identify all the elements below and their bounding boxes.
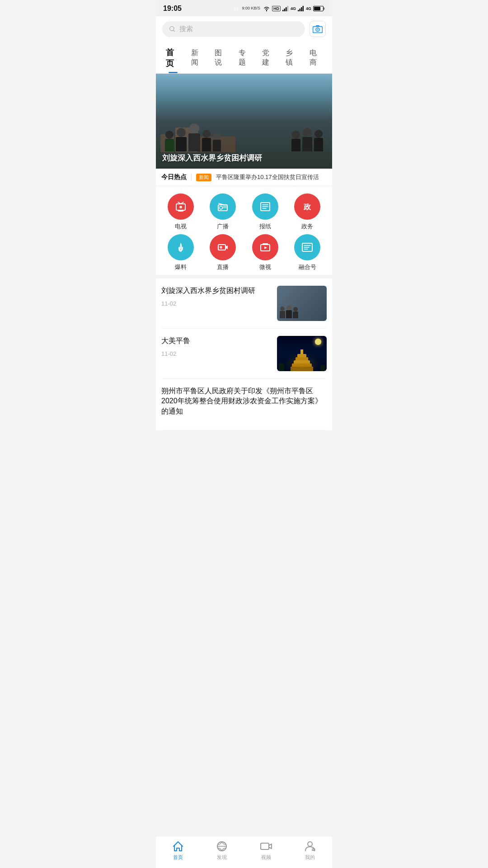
news-item-1[interactable]: 刘旋深入西水界乡贫困村调研 11-02 [161,278,327,329]
wifi-icon [263,6,270,11]
battery-icon [313,5,325,12]
svg-rect-0 [282,10,284,11]
live-label: 直播 [217,263,229,271]
merge-icon-circle [294,234,320,260]
nav-home[interactable]: 首页 [162,840,194,861]
news-title-2: 大美平鲁 [161,336,272,346]
fire-label: 爆料 [175,263,187,271]
svg-point-16 [317,29,319,31]
icon-grid: 电视 广播 报纸 政 [156,186,332,275]
tv-icon-circle [168,193,194,220]
nav-profile[interactable]: 我的 [294,840,326,861]
user-nav-icon [304,840,316,853]
icon-newspaper[interactable]: 报纸 [244,193,286,231]
microvideo-icon-circle [252,234,278,260]
svg-rect-10 [314,7,320,10]
discover-nav-icon [216,840,228,853]
svg-rect-15 [316,25,319,27]
hero-banner[interactable]: 刘旋深入西水界乡贫困村调研 [156,74,332,169]
svg-rect-37 [265,243,268,245]
news-content-3: 朔州市平鲁区人民政府关于印发《朔州市平鲁区2020年统筹整合使用财政涉农资金工作… [161,386,327,421]
news-list: 刘旋深入西水界乡贫困村调研 11-02 [156,278,332,430]
camera-button[interactable] [310,21,326,37]
bottom-spacer [156,430,332,467]
search-placeholder: 搜索 [179,25,193,33]
tab-news[interactable]: 新闻 [186,43,209,72]
newspaper-icon [259,200,272,213]
newspaper-icon-circle [252,193,278,220]
svg-point-11 [170,27,174,31]
gov-icon: 政 [301,200,314,213]
nav-profile-label: 我的 [305,854,315,861]
svg-rect-36 [263,243,265,245]
svg-rect-2 [286,7,287,11]
radio-icon [216,200,229,213]
nav-tabs: 首页 新闻 图说 专题 党建 乡镇 电商 [156,42,332,74]
news-thumb-2 [277,336,327,371]
hot-divider [191,174,192,181]
icon-fire[interactable]: 爆料 [160,234,202,271]
status-bar: 19:05 9:00 KB/S HD 4G 4G [156,0,332,16]
search-input-wrap[interactable]: 搜索 [162,21,305,37]
svg-text:政: 政 [303,203,311,211]
tab-home[interactable]: 首页 [160,42,186,73]
signal-icon-1 [282,6,289,11]
svg-point-46 [308,842,312,846]
icon-live[interactable]: 直播 [202,234,244,271]
gov-icon-circle: 政 [294,193,320,220]
tab-party[interactable]: 党建 [257,43,280,72]
radio-icon-circle [210,193,236,220]
nav-video[interactable]: 视频 [250,840,282,861]
signal-icon-2 [298,6,304,11]
microvideo-label: 微视 [259,263,271,271]
4g-badge-2: 4G [306,6,311,11]
tv-label: 电视 [175,222,187,231]
tab-photos[interactable]: 图说 [209,43,233,72]
news-item-2[interactable]: 大美平鲁 11-02 [161,329,327,379]
gov-label: 政务 [301,222,313,231]
svg-rect-7 [302,6,304,11]
svg-rect-6 [301,7,302,11]
svg-rect-1 [284,9,285,11]
icon-radio[interactable]: 广播 [202,193,244,231]
svg-rect-9 [324,8,325,10]
fire-icon [174,241,187,254]
svg-rect-4 [298,10,299,11]
nav-discover[interactable]: 发现 [206,840,238,861]
hot-badge: 新闻 [196,174,211,181]
nav-home-label: 首页 [173,854,183,861]
newspaper-label: 报纸 [259,222,271,231]
tab-ecom[interactable]: 电商 [304,43,328,72]
radio-label: 广播 [217,222,229,231]
icon-merge[interactable]: 融合号 [286,234,329,271]
tab-town[interactable]: 乡镇 [280,43,304,72]
news-item-3[interactable]: 朔州市平鲁区人民政府关于印发《朔州市平鲁区2020年统筹整合使用财政涉农资金工作… [161,379,327,430]
nav-video-label: 视频 [261,854,271,861]
hd-badge: HD [272,6,281,11]
svg-marker-38 [264,246,267,249]
news-title-3: 朔州市平鲁区人民政府关于印发《朔州市平鲁区2020年统筹整合使用财政涉农资金工作… [161,386,327,416]
icon-gov[interactable]: 政 政务 [286,193,329,231]
news-content-1: 刘旋深入西水界乡贫困村调研 11-02 [161,286,272,307]
tab-special[interactable]: 专题 [233,43,257,72]
network-speed: 9:00 KB/S [242,6,260,11]
svg-point-24 [220,206,223,209]
hero-title: 刘旋深入西水界乡贫困村调研 [162,153,262,163]
camera-icon [313,25,323,33]
live-icon [216,241,229,254]
svg-rect-45 [261,843,269,849]
nav-discover-label: 发现 [217,854,227,861]
status-time: 19:05 [163,5,182,13]
merge-icon [301,241,314,254]
search-icon [169,25,176,33]
hero-people-group [165,123,323,151]
svg-point-34 [220,246,222,249]
microvideo-icon [259,241,272,254]
live-icon-circle [210,234,236,260]
bottom-nav: 首页 发现 视频 我的 [156,836,332,868]
news-thumb-1 [277,286,327,321]
merge-label: 融合号 [299,263,316,271]
icon-microvideo[interactable]: 微视 [244,234,286,271]
news-content-2: 大美平鲁 11-02 [161,336,272,357]
icon-tv[interactable]: 电视 [160,193,202,231]
